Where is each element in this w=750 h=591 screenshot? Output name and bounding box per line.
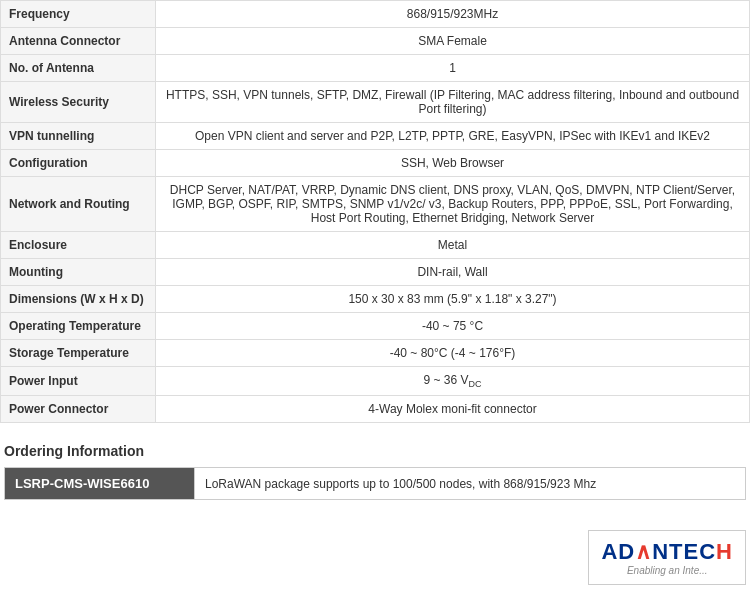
row-label: No. of Antenna [1,55,156,82]
row-label: Operating Temperature [1,313,156,340]
row-label: Power Input [1,367,156,396]
table-row: Storage Temperature-40 ~ 80°C (-4 ~ 176°… [1,340,750,367]
ordering-row: LSRP-CMS-WISE6610LoRaWAN package support… [5,468,746,500]
table-row: MountingDIN-rail, Wall [1,259,750,286]
table-row: Wireless SecurityHTTPS, SSH, VPN tunnels… [1,82,750,123]
row-value: 9 ~ 36 VDC [156,367,750,396]
row-label: Wireless Security [1,82,156,123]
specs-table: Frequency868/915/923MHzAntenna Connector… [0,0,750,423]
row-label: VPN tunnelling [1,123,156,150]
ordering-title: Ordering Information [4,443,746,459]
logo-text: AD∧NTECH [601,539,733,565]
table-row: ConfigurationSSH, Web Browser [1,150,750,177]
table-row: Frequency868/915/923MHz [1,1,750,28]
row-label: Storage Temperature [1,340,156,367]
row-label: Antenna Connector [1,28,156,55]
row-value: DIN-rail, Wall [156,259,750,286]
row-label: Mounting [1,259,156,286]
ordering-sku: LSRP-CMS-WISE6610 [5,468,195,500]
row-value: Open VPN client and server and P2P, L2TP… [156,123,750,150]
row-label: Power Connector [1,396,156,423]
row-label: Enclosure [1,232,156,259]
row-value: 1 [156,55,750,82]
table-row: Network and RoutingDHCP Server, NAT/PAT,… [1,177,750,232]
row-label: Configuration [1,150,156,177]
table-row: Dimensions (W x H x D)150 x 30 x 83 mm (… [1,286,750,313]
table-row: Operating Temperature-40 ~ 75 °C [1,313,750,340]
logo-box: AD∧NTECH Enabling an Inte... [588,530,746,585]
table-row: Power Connector4-Way Molex moni-fit conn… [1,396,750,423]
table-row: Antenna ConnectorSMA Female [1,28,750,55]
ordering-table: LSRP-CMS-WISE6610LoRaWAN package support… [4,467,746,500]
footer: AD∧NTECH Enabling an Inte... [0,530,750,585]
table-row: VPN tunnellingOpen VPN client and server… [1,123,750,150]
row-value: -40 ~ 75 °C [156,313,750,340]
row-label: Dimensions (W x H x D) [1,286,156,313]
row-label: Frequency [1,1,156,28]
row-value: 150 x 30 x 83 mm (5.9" x 1.18" x 3.27") [156,286,750,313]
row-value: 868/915/923MHz [156,1,750,28]
row-value: Metal [156,232,750,259]
row-label: Network and Routing [1,177,156,232]
ordering-description: LoRaWAN package supports up to 100/500 n… [195,468,746,500]
row-value: SSH, Web Browser [156,150,750,177]
table-row: Power Input9 ~ 36 VDC [1,367,750,396]
ordering-section: Ordering Information LSRP-CMS-WISE6610Lo… [0,443,750,500]
logo-tagline: Enabling an Inte... [601,565,733,576]
row-value: DHCP Server, NAT/PAT, VRRP, Dynamic DNS … [156,177,750,232]
table-row: No. of Antenna1 [1,55,750,82]
row-value: 4-Way Molex moni-fit connector [156,396,750,423]
row-value: HTTPS, SSH, VPN tunnels, SFTP, DMZ, Fire… [156,82,750,123]
table-row: EnclosureMetal [1,232,750,259]
row-value: SMA Female [156,28,750,55]
row-value: -40 ~ 80°C (-4 ~ 176°F) [156,340,750,367]
